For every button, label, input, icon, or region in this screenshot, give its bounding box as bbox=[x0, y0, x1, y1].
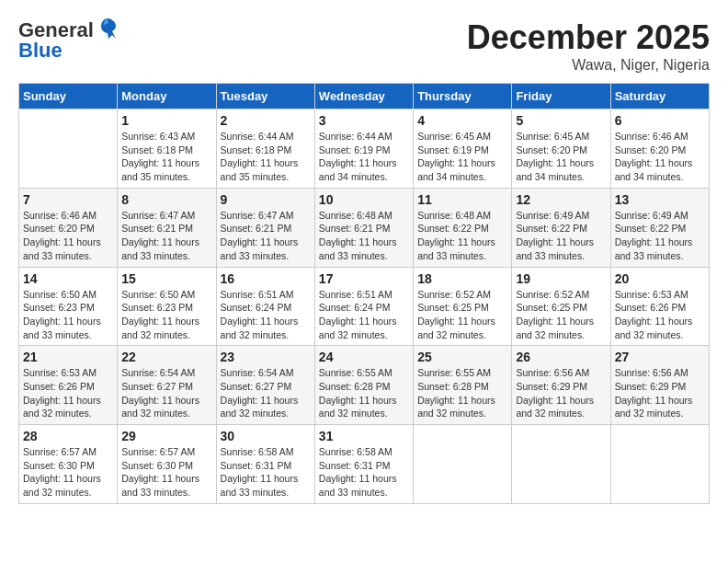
day-number: 6 bbox=[615, 113, 705, 128]
day-number: 17 bbox=[319, 271, 409, 286]
calendar-day-cell: 22Sunrise: 6:54 AMSunset: 6:27 PMDayligh… bbox=[118, 346, 216, 425]
day-number: 23 bbox=[221, 350, 311, 364]
day-number: 7 bbox=[23, 192, 113, 207]
day-number: 22 bbox=[121, 350, 211, 364]
calendar-week-row: 1Sunrise: 6:43 AMSunset: 6:18 PMDaylight… bbox=[19, 109, 710, 189]
calendar-day-cell: 5Sunrise: 6:45 AMSunset: 6:20 PMDaylight… bbox=[512, 109, 610, 189]
calendar-day-cell: 30Sunrise: 6:58 AMSunset: 6:31 PMDayligh… bbox=[216, 425, 314, 504]
day-number: 12 bbox=[516, 192, 606, 207]
day-sun-info: Sunrise: 6:58 AMSunset: 6:31 PMDaylight:… bbox=[221, 445, 311, 500]
day-sun-info: Sunrise: 6:52 AMSunset: 6:25 PMDaylight:… bbox=[417, 288, 507, 342]
day-sun-info: Sunrise: 6:49 AMSunset: 6:22 PMDaylight:… bbox=[516, 209, 606, 263]
title-block: December 2025 Wawa, Niger, Nigeria bbox=[467, 18, 710, 74]
day-sun-info: Sunrise: 6:50 AMSunset: 6:23 PMDaylight:… bbox=[121, 288, 211, 342]
calendar-day-cell: 6Sunrise: 6:46 AMSunset: 6:20 PMDaylight… bbox=[610, 109, 709, 189]
calendar-day-cell: 31Sunrise: 6:58 AMSunset: 6:31 PMDayligh… bbox=[314, 425, 413, 504]
day-number: 19 bbox=[516, 271, 606, 286]
day-number: 4 bbox=[417, 113, 507, 128]
header-thursday: Thursday bbox=[414, 84, 512, 109]
day-sun-info: Sunrise: 6:57 AMSunset: 6:30 PMDaylight:… bbox=[121, 445, 211, 500]
calendar-day-cell bbox=[610, 425, 709, 504]
day-sun-info: Sunrise: 6:55 AMSunset: 6:28 PMDaylight:… bbox=[417, 366, 507, 420]
month-year-title: December 2025 bbox=[467, 18, 710, 57]
header-row: Sunday Monday Tuesday Wednesday Thursday… bbox=[19, 84, 710, 109]
day-sun-info: Sunrise: 6:53 AMSunset: 6:26 PMDaylight:… bbox=[23, 366, 113, 420]
day-sun-info: Sunrise: 6:56 AMSunset: 6:29 PMDaylight:… bbox=[516, 366, 606, 420]
day-sun-info: Sunrise: 6:48 AMSunset: 6:21 PMDaylight:… bbox=[319, 209, 409, 263]
calendar-day-cell bbox=[512, 425, 610, 504]
calendar-day-cell: 8Sunrise: 6:47 AMSunset: 6:21 PMDaylight… bbox=[118, 188, 216, 267]
calendar-day-cell: 13Sunrise: 6:49 AMSunset: 6:22 PMDayligh… bbox=[610, 188, 709, 267]
calendar-day-cell bbox=[19, 109, 118, 189]
header-saturday: Saturday bbox=[610, 84, 709, 109]
day-sun-info: Sunrise: 6:46 AMSunset: 6:20 PMDaylight:… bbox=[23, 209, 113, 263]
day-sun-info: Sunrise: 6:45 AMSunset: 6:20 PMDaylight:… bbox=[516, 130, 606, 184]
day-sun-info: Sunrise: 6:45 AMSunset: 6:19 PMDaylight:… bbox=[417, 130, 507, 184]
day-sun-info: Sunrise: 6:50 AMSunset: 6:23 PMDaylight:… bbox=[23, 288, 113, 342]
calendar-day-cell: 25Sunrise: 6:55 AMSunset: 6:28 PMDayligh… bbox=[414, 346, 512, 425]
location-subtitle: Wawa, Niger, Nigeria bbox=[467, 57, 710, 74]
calendar-day-cell: 14Sunrise: 6:50 AMSunset: 6:23 PMDayligh… bbox=[19, 267, 118, 346]
day-number: 13 bbox=[615, 192, 705, 207]
header-monday: Monday bbox=[118, 84, 216, 109]
day-sun-info: Sunrise: 6:43 AMSunset: 6:18 PMDaylight:… bbox=[121, 130, 211, 184]
logo-text: General Blue bbox=[18, 18, 119, 63]
calendar-day-cell: 2Sunrise: 6:44 AMSunset: 6:18 PMDaylight… bbox=[216, 109, 314, 189]
day-number: 30 bbox=[221, 429, 311, 443]
day-number: 31 bbox=[319, 429, 409, 443]
calendar-day-cell: 12Sunrise: 6:49 AMSunset: 6:22 PMDayligh… bbox=[512, 188, 610, 267]
day-number: 26 bbox=[516, 350, 606, 364]
calendar-day-cell bbox=[414, 425, 512, 504]
day-sun-info: Sunrise: 6:47 AMSunset: 6:21 PMDaylight:… bbox=[121, 209, 211, 263]
calendar-week-row: 7Sunrise: 6:46 AMSunset: 6:20 PMDaylight… bbox=[19, 188, 710, 267]
day-number: 28 bbox=[23, 429, 113, 443]
day-sun-info: Sunrise: 6:47 AMSunset: 6:21 PMDaylight:… bbox=[221, 209, 311, 263]
calendar-day-cell: 27Sunrise: 6:56 AMSunset: 6:29 PMDayligh… bbox=[610, 346, 709, 425]
calendar-day-cell: 21Sunrise: 6:53 AMSunset: 6:26 PMDayligh… bbox=[19, 346, 118, 425]
calendar-day-cell: 4Sunrise: 6:45 AMSunset: 6:19 PMDaylight… bbox=[414, 109, 512, 189]
day-number: 10 bbox=[319, 192, 409, 207]
calendar-day-cell: 24Sunrise: 6:55 AMSunset: 6:28 PMDayligh… bbox=[314, 346, 413, 425]
calendar-week-row: 14Sunrise: 6:50 AMSunset: 6:23 PMDayligh… bbox=[19, 267, 710, 346]
page-header: General Blue December 2025 Wawa, Niger, … bbox=[18, 18, 710, 74]
calendar-day-cell: 11Sunrise: 6:48 AMSunset: 6:22 PMDayligh… bbox=[414, 188, 512, 267]
day-number: 21 bbox=[23, 350, 113, 364]
logo-bird-icon bbox=[96, 17, 119, 40]
calendar-day-cell: 9Sunrise: 6:47 AMSunset: 6:21 PMDaylight… bbox=[216, 188, 314, 267]
day-sun-info: Sunrise: 6:53 AMSunset: 6:26 PMDaylight:… bbox=[615, 288, 705, 342]
calendar-day-cell: 15Sunrise: 6:50 AMSunset: 6:23 PMDayligh… bbox=[118, 267, 216, 346]
calendar-day-cell: 10Sunrise: 6:48 AMSunset: 6:21 PMDayligh… bbox=[314, 188, 413, 267]
day-sun-info: Sunrise: 6:44 AMSunset: 6:18 PMDaylight:… bbox=[221, 130, 311, 184]
calendar-day-cell: 20Sunrise: 6:53 AMSunset: 6:26 PMDayligh… bbox=[610, 267, 709, 346]
day-number: 5 bbox=[516, 113, 606, 128]
calendar-day-cell: 1Sunrise: 6:43 AMSunset: 6:18 PMDaylight… bbox=[118, 109, 216, 189]
logo: General Blue bbox=[18, 18, 119, 63]
calendar-header: Sunday Monday Tuesday Wednesday Thursday… bbox=[19, 84, 710, 109]
day-number: 25 bbox=[417, 350, 507, 364]
day-sun-info: Sunrise: 6:54 AMSunset: 6:27 PMDaylight:… bbox=[121, 366, 211, 420]
header-sunday: Sunday bbox=[19, 84, 118, 109]
calendar-day-cell: 29Sunrise: 6:57 AMSunset: 6:30 PMDayligh… bbox=[118, 425, 216, 504]
day-number: 29 bbox=[121, 429, 211, 443]
day-number: 9 bbox=[221, 192, 311, 207]
day-sun-info: Sunrise: 6:55 AMSunset: 6:28 PMDaylight:… bbox=[319, 366, 409, 420]
calendar-day-cell: 17Sunrise: 6:51 AMSunset: 6:24 PMDayligh… bbox=[314, 267, 413, 346]
calendar-body: 1Sunrise: 6:43 AMSunset: 6:18 PMDaylight… bbox=[19, 109, 710, 504]
header-wednesday: Wednesday bbox=[314, 84, 413, 109]
day-number: 11 bbox=[417, 192, 507, 207]
calendar-day-cell: 23Sunrise: 6:54 AMSunset: 6:27 PMDayligh… bbox=[216, 346, 314, 425]
calendar-table: Sunday Monday Tuesday Wednesday Thursday… bbox=[18, 83, 710, 504]
day-sun-info: Sunrise: 6:58 AMSunset: 6:31 PMDaylight:… bbox=[319, 445, 409, 500]
calendar-day-cell: 26Sunrise: 6:56 AMSunset: 6:29 PMDayligh… bbox=[512, 346, 610, 425]
day-sun-info: Sunrise: 6:46 AMSunset: 6:20 PMDaylight:… bbox=[615, 130, 705, 184]
calendar-day-cell: 7Sunrise: 6:46 AMSunset: 6:20 PMDaylight… bbox=[19, 188, 118, 267]
day-sun-info: Sunrise: 6:54 AMSunset: 6:27 PMDaylight:… bbox=[221, 366, 311, 420]
calendar-day-cell: 18Sunrise: 6:52 AMSunset: 6:25 PMDayligh… bbox=[414, 267, 512, 346]
day-sun-info: Sunrise: 6:44 AMSunset: 6:19 PMDaylight:… bbox=[319, 130, 409, 184]
day-number: 20 bbox=[615, 271, 705, 286]
day-sun-info: Sunrise: 6:51 AMSunset: 6:24 PMDaylight:… bbox=[221, 288, 311, 342]
calendar-day-cell: 19Sunrise: 6:52 AMSunset: 6:25 PMDayligh… bbox=[512, 267, 610, 346]
day-number: 18 bbox=[417, 271, 507, 286]
calendar-week-row: 21Sunrise: 6:53 AMSunset: 6:26 PMDayligh… bbox=[19, 346, 710, 425]
day-number: 27 bbox=[615, 350, 705, 364]
